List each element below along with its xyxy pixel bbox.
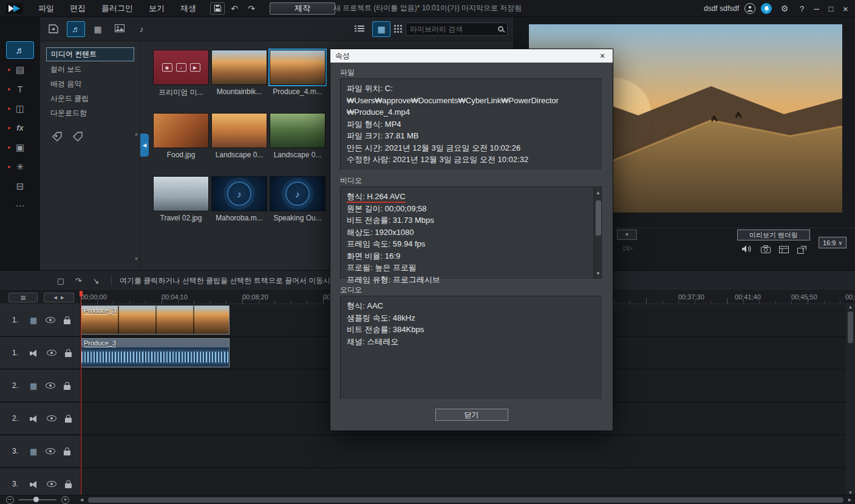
preview-quality-dropdown[interactable]: ▼ [617,230,637,240]
account-name[interactable]: dsdf sdfsdf [704,4,739,13]
maximize-icon[interactable]: □ [826,4,836,13]
scrollbar-thumb[interactable] [596,200,601,236]
track-visibility-icon[interactable] [47,415,56,421]
produce-button[interactable]: 제작 [270,2,335,15]
thumbnail-size-icon[interactable] [394,25,396,27]
tab-storyboard[interactable]: ▦ [89,21,107,37]
track-lock-icon[interactable] [64,319,70,324]
scroll-up-icon[interactable]: ▲ [134,131,139,137]
close-window-icon[interactable]: × [841,4,850,14]
track-view-button[interactable]: ▤ [9,293,38,302]
close-icon[interactable]: × [597,51,608,61]
notification-bell-icon[interactable] [761,3,772,14]
track-visibility-icon[interactable] [46,448,55,454]
help-icon[interactable]: ? [797,4,806,13]
nav-item-sound-clips[interactable]: 사운드 클립 [46,92,134,105]
media-item[interactable]: Landscape 0... [270,113,325,159]
collapse-nav-button[interactable]: ◀ [140,134,149,157]
aspect-ratio-dropdown[interactable]: 16:9 ∨ [819,237,846,248]
snapshot-camera-icon[interactable] [761,245,771,255]
audio-clip[interactable]: Produce_3 [81,338,230,367]
track-visibility-icon[interactable] [46,317,55,323]
dialog-close-button[interactable]: 닫기 [435,409,508,421]
media-item[interactable]: Food.jpg [153,113,209,159]
image-thumbnail[interactable] [270,113,325,148]
media-item[interactable]: ♪ Speaking Ou... [270,176,325,222]
video-thumbnail[interactable] [270,50,325,85]
sidebar-item-effect-room[interactable]: fx [6,119,34,137]
media-item[interactable]: ♪ Mahoroba.m... [211,176,267,222]
menu-view[interactable]: 보기 [141,3,172,14]
scroll-left-icon[interactable]: ◄ [77,497,87,503]
volume-icon[interactable] [741,245,752,255]
premium-thumbnail[interactable]: ◉ ♪ ▶ [153,50,209,85]
arrange-clips-icon[interactable]: ↷ [71,274,86,287]
display-options-icon[interactable] [779,246,789,255]
media-item-premium[interactable]: ◉ ♪ ▶ 프리미엄 미... [153,50,209,98]
media-item-selected[interactable]: Produce_4.m... [270,50,325,96]
track-lock-icon[interactable] [64,385,70,390]
sidebar-item-media-room[interactable]: ♬ [6,41,34,59]
video-thumbnail[interactable] [211,50,267,85]
track-visibility-icon[interactable] [47,481,56,487]
menu-file[interactable]: 파일 [30,3,62,14]
sidebar-item-transition-room[interactable]: ◫ [6,100,34,117]
image-thumbnail[interactable] [153,176,209,211]
nav-scrollbar[interactable]: ▲ ▼ [133,131,140,262]
nav-item-background-music[interactable]: 배경 음악 [46,78,134,90]
zoom-slider[interactable] [19,499,56,500]
tab-music[interactable]: ♪ [132,21,151,37]
video-clip[interactable]: Produce_3 [81,305,230,335]
track-lane[interactable] [81,468,846,495]
track-visibility-icon[interactable] [46,383,55,389]
undock-window-icon[interactable] [797,246,806,256]
scroll-up-icon[interactable]: ▲ [596,187,601,199]
track-lock-icon[interactable] [64,451,70,455]
media-item[interactable]: Landscape 0... [211,113,267,159]
track-lock-icon[interactable] [65,352,72,357]
undo-icon[interactable]: ↶ [227,2,242,15]
remove-tag-icon[interactable] [72,131,84,145]
scroll-down-icon[interactable]: ▼ [596,268,601,280]
sidebar-item-board-room[interactable]: ▤ [6,61,34,78]
settings-gear-icon[interactable]: ⚙ [777,2,792,15]
scroll-right-icon[interactable]: ► [845,497,855,503]
redo-icon[interactable]: ↷ [244,2,259,15]
track-visibility-icon[interactable] [47,350,56,356]
minimize-icon[interactable]: ─ [812,4,821,13]
menu-play[interactable]: 재생 [172,3,204,14]
sidebar-item-more-rooms[interactable]: ⋯ [6,197,34,214]
audio-thumbnail[interactable]: ♪ [211,176,267,211]
media-item[interactable]: Travel 02.jpg [153,176,209,222]
tab-media-content[interactable]: ♬ [67,21,85,37]
track-lane[interactable] [81,435,846,467]
zoom-in-icon[interactable]: + [61,496,69,504]
scroll-up-icon[interactable]: ▲ [848,304,853,310]
nav-item-media-content[interactable]: 미디어 컨텐트 [46,47,134,61]
track-lock-icon[interactable] [65,483,72,488]
fast-forward-icon[interactable]: ▷▷ [624,244,632,252]
insert-to-timeline-icon[interactable]: ↘ [89,274,103,287]
media-item[interactable]: Mountainbik... [211,50,267,96]
sidebar-item-overlay-room[interactable]: ▣ [6,138,34,156]
zoom-slider-thumb[interactable] [33,497,39,502]
search-icon[interactable] [498,26,503,32]
import-media-button[interactable] [45,21,63,37]
precise-cut-button[interactable]: ◄ ► [44,293,74,302]
save-icon[interactable] [210,2,225,15]
zoom-out-icon[interactable]: − [6,496,14,504]
image-thumbnail[interactable] [153,113,209,148]
search-input[interactable] [410,25,494,33]
sidebar-item-subtitle-room[interactable]: ⊟ [6,177,34,195]
preview-render-button[interactable]: 미리보기 렌더링 [737,230,810,240]
image-thumbnail[interactable] [211,113,267,148]
scrollbar-thumb[interactable] [88,497,843,503]
playhead[interactable] [81,291,81,495]
grid-view-button[interactable]: ▦ [372,21,390,37]
timeline-vertical-scrollbar[interactable]: ▲ ▼ [846,304,855,495]
audio-thumbnail[interactable]: ♪ [270,176,325,211]
scrollbar-thumb[interactable] [848,312,853,343]
nav-item-color-board[interactable]: 컬러 보드 [46,63,134,76]
video-info-scrollbar[interactable]: ▲ ▼ [593,187,602,279]
nav-item-downloads[interactable]: 다운로드함 [46,107,134,120]
